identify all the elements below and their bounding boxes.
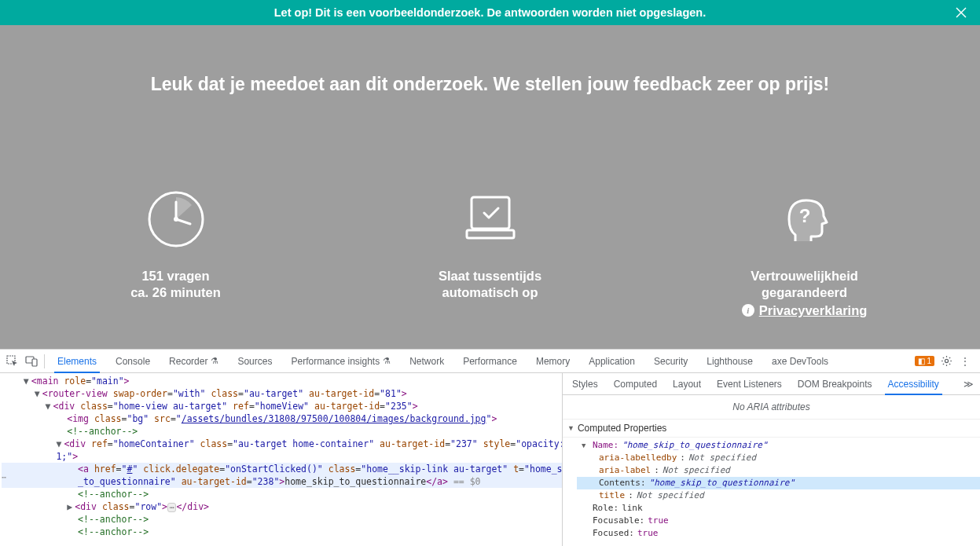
devtools-toolbar: Elements Console Recorder⚗ Sources Perfo… — [0, 350, 980, 373]
tab-axe-devtools[interactable]: axe DevTools — [762, 350, 838, 373]
device-toggle-icon[interactable] — [22, 350, 41, 372]
no-aria-text: No ARIA attributes — [563, 395, 980, 420]
sidebar-tabs: Styles Computed Layout Event Listeners D… — [563, 373, 980, 395]
svg-rect-6 — [472, 197, 509, 229]
side-tab-computed[interactable]: Computed — [606, 373, 665, 395]
autosave-line2: automatisch op — [442, 284, 538, 301]
devtools: Elements Console Recorder⚗ Sources Perfo… — [0, 349, 980, 546]
info-row: 151 vragen ca. 26 minuten Slaat tussenti… — [0, 189, 980, 318]
inspect-icon[interactable] — [3, 350, 22, 372]
tab-sources[interactable]: Sources — [228, 350, 281, 373]
tab-lighthouse[interactable]: Lighthouse — [697, 350, 762, 373]
svg-text:?: ? — [798, 205, 810, 226]
tab-elements[interactable]: Elements — [48, 350, 106, 373]
side-tab-layout[interactable]: Layout — [665, 373, 709, 395]
privacy-head-icon: ? — [775, 189, 835, 249]
side-more-icon[interactable]: ≫ — [959, 379, 978, 390]
svg-rect-11 — [32, 359, 37, 366]
svg-point-5 — [174, 217, 178, 222]
info-questions: 151 vragen ca. 26 minuten — [90, 189, 262, 318]
side-tab-event-listeners[interactable]: Event Listeners — [709, 373, 790, 395]
warning-banner: Let op! Dit is een voorbeeldonderzoek. D… — [0, 0, 980, 25]
accessibility-panel: No ARIA attributes ▼Computed Properties … — [563, 395, 980, 546]
laptop-icon — [461, 189, 520, 249]
gutter-dots: ⋯ — [0, 471, 6, 484]
duration: ca. 26 minuten — [130, 284, 221, 301]
svg-rect-7 — [467, 230, 514, 238]
more-icon[interactable]: ⋮ — [958, 354, 972, 368]
computed-properties-header[interactable]: ▼Computed Properties — [563, 420, 980, 438]
survey-page: Let op! Dit is een voorbeeldonderzoek. D… — [0, 0, 980, 349]
side-tab-dom-breakpoints[interactable]: DOM Breakpoints — [790, 373, 880, 395]
flask-icon: ⚗ — [211, 356, 218, 366]
questions-count: 151 vragen — [141, 268, 209, 284]
devtools-sidebar: Styles Computed Layout Event Listeners D… — [563, 373, 980, 546]
clock-icon — [146, 189, 206, 249]
close-icon[interactable] — [955, 6, 967, 19]
info-autosave: Slaat tussentijds automatisch op — [404, 189, 577, 318]
tab-network[interactable]: Network — [400, 350, 453, 373]
tab-security[interactable]: Security — [644, 350, 697, 373]
banner-text: Let op! Dit is een voorbeeldonderzoek. D… — [274, 6, 706, 19]
tab-perf-insights[interactable]: Performance insights⚗ — [281, 350, 400, 373]
tab-console[interactable]: Console — [106, 350, 160, 373]
elements-tree[interactable]: ⋯ ▼<main role="main"> ▼<router-view swap… — [0, 373, 563, 546]
tab-memory[interactable]: Memory — [527, 350, 579, 373]
privacy-line2: gegarandeerd — [762, 284, 847, 301]
tab-application[interactable]: Application — [579, 350, 644, 373]
side-tab-styles[interactable]: Styles — [564, 373, 606, 395]
svg-point-12 — [945, 359, 948, 362]
flask-icon: ⚗ — [383, 356, 391, 366]
tab-performance[interactable]: Performance — [453, 350, 527, 373]
privacy-line1: Vertrouwelijkheid — [751, 268, 858, 284]
issues-badge[interactable]: ◧ 1 — [915, 356, 934, 366]
info-privacy: ? Vertrouwelijkheid gegarandeerd i Priva… — [718, 189, 891, 318]
gear-icon[interactable] — [939, 354, 953, 368]
intro-heading: Leuk dat je meedoet aan dit onderzoek. W… — [0, 74, 980, 95]
tab-recorder[interactable]: Recorder⚗ — [160, 350, 228, 373]
privacy-link[interactable]: Privacyverklaring — [759, 303, 868, 318]
info-icon: i — [742, 304, 754, 317]
autosave-line1: Slaat tussentijds — [439, 268, 541, 284]
side-tab-accessibility[interactable]: Accessibility — [880, 373, 947, 395]
